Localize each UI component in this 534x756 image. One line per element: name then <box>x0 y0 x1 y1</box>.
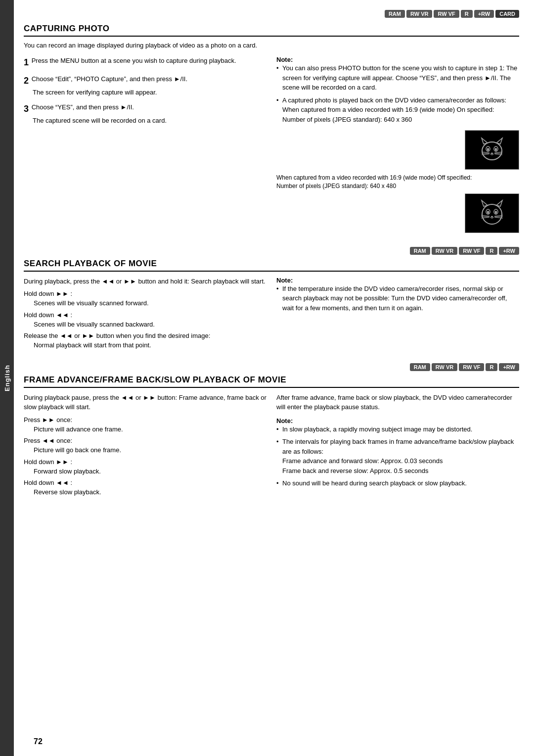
section3-title: FRAME ADVANCE/FRAME BACK/SLOW PLAYBACK O… <box>24 375 519 388</box>
section3-right-intro: After frame advance, frame back or slow … <box>276 393 519 412</box>
svg-point-20 <box>495 211 497 214</box>
badge-row-frame: RAM RW VR RW VF R +RW <box>24 363 519 371</box>
section-capturing-photo: CAPTURING PHOTO You can record an image … <box>24 24 519 237</box>
badge-ram: RAM <box>385 10 405 18</box>
press-rew-text: Picture will go back one frame. <box>34 445 267 455</box>
hold-rew-label: Hold down ◄◄ : <box>24 311 267 319</box>
press-ff-text: Picture will advance one frame. <box>34 425 267 434</box>
step3-number: 3 <box>24 104 29 114</box>
badge-f-ram: RAM <box>410 363 430 371</box>
section3-note: Note: In slow playback, a rapidly moving… <box>276 417 519 488</box>
section1-left: 1 Press the MENU button at a scene you w… <box>24 56 267 237</box>
section3-left: During playback pause, press the ◄◄ or ►… <box>24 393 267 500</box>
language-tab: English <box>0 0 14 756</box>
page-number: 72 <box>34 737 43 746</box>
step-2: 2 Choose “Edit”, “PHOTO Capture”, and th… <box>24 74 267 97</box>
note1-label: Note: <box>276 56 519 63</box>
svg-marker-2 <box>496 138 502 144</box>
section2-right: Note: If the temperature inside the DVD … <box>276 277 519 353</box>
svg-point-14 <box>482 204 502 224</box>
badge-row-search: RAM RW VR RW VF R +RW <box>24 247 519 255</box>
badge-card: CARD <box>495 10 519 18</box>
section1-columns: 1 Press the MENU button at a scene you w… <box>24 56 519 237</box>
badge-f-rwvf: RW VF <box>459 363 484 371</box>
section3-columns: During playback pause, press the ◄◄ or ►… <box>24 393 519 500</box>
section2-left: During playback, press the ◄◄ or ►► butt… <box>24 277 267 353</box>
note1-item2: A captured photo is played back on the D… <box>276 95 519 125</box>
note3-item3: No sound will be heard during search pla… <box>276 478 519 488</box>
section-frame-advance: FRAME ADVANCE/FRAME BACK/SLOW PLAYBACK O… <box>24 375 519 500</box>
main-content: RAM RW VR RW VF R +RW CARD CAPTURING PHO… <box>14 0 534 756</box>
svg-marker-1 <box>482 138 488 144</box>
badge-rwvr: RW VR <box>406 10 432 18</box>
svg-point-6 <box>495 148 497 151</box>
badge-r: R <box>461 10 473 18</box>
svg-marker-7 <box>490 152 493 154</box>
cat-image-1 <box>475 135 509 165</box>
note2-label: Note: <box>276 277 519 284</box>
press-ff-label: Press ►► once: <box>24 416 267 424</box>
section1-title: CAPTURING PHOTO <box>24 24 519 37</box>
section1-right: Note: You can also press PHOTO button fo… <box>276 56 519 237</box>
release-label: Release the ◄◄ or ►► button when you fin… <box>24 332 267 339</box>
badge-s-rwvf: RW VF <box>459 247 484 255</box>
hold-ff-text: Scenes will be visually scanned forward. <box>34 298 267 308</box>
svg-point-5 <box>487 148 489 151</box>
svg-point-0 <box>482 142 502 160</box>
section3-intro: During playback pause, press the ◄◄ or ►… <box>24 393 267 412</box>
hold-ff-label: Hold down ►► : <box>24 290 267 297</box>
hold-rew2-label: Hold down ◄◄ : <box>24 479 267 486</box>
badge-s-plusrw: +RW <box>499 247 519 255</box>
note3-label: Note: <box>276 417 519 425</box>
badge-f-plusrw: +RW <box>499 363 519 371</box>
cat-image-2 <box>475 198 509 228</box>
svg-point-19 <box>487 211 489 214</box>
note3-item2: The intervals for playing back frames in… <box>276 437 519 475</box>
badge-row-top: RAM RW VR RW VF R +RW CARD <box>24 10 519 18</box>
step-3: 3 Choose “YES”, and then press ►/II. The… <box>24 102 267 126</box>
badge-f-r: R <box>486 363 497 371</box>
caption-wide-off: When captured from a video recorded with… <box>276 174 519 190</box>
section3-right: After frame advance, frame back or slow … <box>276 393 519 500</box>
svg-marker-16 <box>496 200 502 206</box>
section-search-playback: SEARCH PLAYBACK OF MOVIE During playback… <box>24 259 519 353</box>
language-label: English <box>3 365 11 391</box>
step2-indent: The screen for verifying capture will ap… <box>33 88 267 97</box>
step1-text: Press the MENU button at a scene you wis… <box>32 57 236 64</box>
step2-number: 2 <box>24 76 29 86</box>
badge-s-ram: RAM <box>410 247 430 255</box>
step1-number: 1 <box>24 57 29 67</box>
section2-title: SEARCH PLAYBACK OF MOVIE <box>24 259 519 272</box>
hold-ff2-text: Forward slow playback. <box>34 467 267 476</box>
section2-intro: During playback, press the ◄◄ or ►► butt… <box>24 277 267 286</box>
hold-ff2-label: Hold down ►► : <box>24 458 267 466</box>
note1-item1: You can also press PHOTO button for the … <box>276 63 519 93</box>
badge-s-rwvr: RW VR <box>432 247 457 255</box>
svg-marker-15 <box>482 200 488 206</box>
svg-marker-21 <box>490 216 493 217</box>
step3-text: Choose “YES”, and then press ►/II. <box>32 103 134 111</box>
section1-note: Note: You can also press PHOTO button fo… <box>276 56 519 124</box>
section1-subtitle: You can record an image displayed during… <box>24 42 519 49</box>
page-container: English RAM RW VR RW VF R +RW CARD CAPTU… <box>0 0 534 756</box>
note3-item1: In slow playback, a rapidly moving subje… <box>276 425 519 434</box>
section2-note: Note: If the temperature inside the DVD … <box>276 277 519 313</box>
badge-rwvf: RW VF <box>434 10 459 18</box>
badge-s-r: R <box>486 247 497 255</box>
release-text: Normal playback will start from that poi… <box>34 340 267 350</box>
step3-indent: The captured scene will be recorded on a… <box>33 116 267 126</box>
badge-plusrw: +RW <box>474 10 494 18</box>
hold-rew2-text: Reverse slow playback. <box>34 487 267 497</box>
image-wide-mode-off <box>465 193 519 233</box>
note2-item1: If the temperature inside the DVD video … <box>276 284 519 313</box>
press-rew-label: Press ◄◄ once: <box>24 437 267 444</box>
step2-text: Choose “Edit”, “PHOTO Capture”, and then… <box>32 75 187 83</box>
step-1: 1 Press the MENU button at a scene you w… <box>24 56 267 69</box>
hold-rew-text: Scenes will be visually scanned backward… <box>34 320 267 330</box>
badge-f-rwvr: RW VR <box>432 363 457 371</box>
section2-columns: During playback, press the ◄◄ or ►► butt… <box>24 277 519 353</box>
image-wide-mode-on <box>465 130 519 170</box>
